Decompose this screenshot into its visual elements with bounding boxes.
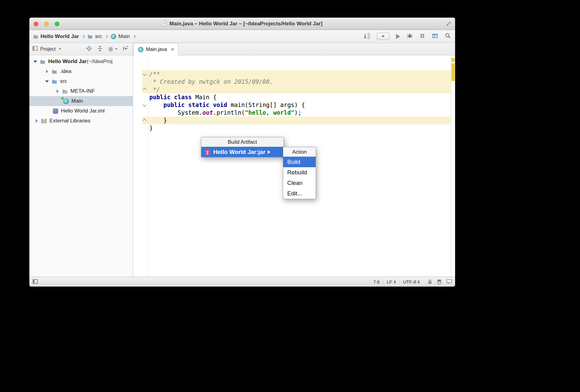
project-view-selector[interactable]: Project xyxy=(40,46,56,52)
chevron-collapsed-icon[interactable] xyxy=(34,119,39,123)
source-folder-icon xyxy=(87,34,93,39)
code-line: } xyxy=(149,117,305,124)
java-file-icon xyxy=(162,20,167,27)
debug-icon[interactable] xyxy=(407,33,413,40)
line-separator-label: LF xyxy=(387,279,392,284)
code-segment: public static void xyxy=(164,101,227,108)
gear-icon xyxy=(108,46,113,52)
chevron-collapsed-icon[interactable] xyxy=(55,89,60,93)
breadcrumb-label: src xyxy=(95,33,102,40)
chevron-expanded-icon[interactable] xyxy=(33,59,37,64)
toolwindow-toggle-icon[interactable] xyxy=(32,279,38,285)
tree-item-label: External Libraries xyxy=(49,118,90,124)
code-segment: public class xyxy=(149,94,192,100)
event-log-bubble-icon[interactable] xyxy=(446,279,452,284)
tree-item-meta-inf[interactable]: META-INF xyxy=(29,86,133,96)
tree-item-module-iml[interactable]: Hello World Jar.iml xyxy=(29,106,133,116)
code-segment: .println( xyxy=(213,109,245,116)
tree-item-idea[interactable]: .idea xyxy=(29,66,133,76)
chevron-down-icon xyxy=(115,48,117,50)
breadcrumb: Hello World Jar src C Main xyxy=(33,33,136,40)
title-bar[interactable]: Main.java – Hello World Jar – [~/IdeaPro… xyxy=(29,18,455,30)
caret-position-widget[interactable]: 7:6 xyxy=(369,279,383,285)
folder-icon xyxy=(40,59,46,64)
zoom-window-button[interactable] xyxy=(55,22,59,26)
tree-item-suffix: (~/IdeaProj xyxy=(87,58,113,65)
breadcrumb-label: Hello World Jar xyxy=(41,33,79,40)
fullscreen-resize-icon[interactable] xyxy=(446,21,451,27)
chevron-down-icon[interactable] xyxy=(59,48,61,50)
folder-icon xyxy=(62,88,68,94)
code-segment: System. xyxy=(149,109,203,116)
tree-item-external-libraries[interactable]: External Libraries xyxy=(29,116,133,126)
breadcrumb-src[interactable]: src xyxy=(87,33,102,40)
run-configuration-dropdown[interactable] xyxy=(377,33,389,40)
search-icon[interactable] xyxy=(445,33,451,40)
chevron-expanded-icon[interactable] xyxy=(45,79,49,83)
menu-item-clean[interactable]: Clean xyxy=(283,178,316,188)
project-tool-window: Project xyxy=(29,43,133,277)
error-stripe[interactable] xyxy=(451,55,455,277)
code-segment: } xyxy=(149,125,153,131)
code-segment: ); xyxy=(294,109,301,116)
encoding-widget[interactable]: UTF-8 xyxy=(399,279,424,285)
code-segment: main(String[] args) { xyxy=(227,101,305,108)
gutter-separator xyxy=(148,55,148,277)
tree-item-main[interactable]: C Main xyxy=(29,96,133,106)
chevron-right-icon xyxy=(82,35,85,38)
caret-position-label: 7:6 xyxy=(373,279,380,284)
module-file-icon xyxy=(52,108,58,114)
close-icon[interactable] xyxy=(171,48,174,51)
coverage-icon[interactable] xyxy=(420,33,425,40)
byte-order-mark-icon[interactable]: 01 10 01 xyxy=(364,33,370,40)
popup-title: Build Artifact xyxy=(201,137,284,147)
code-line: /** xyxy=(149,70,305,78)
tree-item-src[interactable]: src xyxy=(29,76,133,86)
code-line: * Created by nwtgck on 2015/09/08. xyxy=(149,78,305,86)
class-icon: C xyxy=(111,34,116,39)
run-icon[interactable] xyxy=(396,34,400,39)
tree-item-label: Hello World Jar xyxy=(48,58,87,65)
breadcrumb-main[interactable]: C Main xyxy=(111,33,130,40)
run-overlay-icon xyxy=(61,96,65,100)
code-line: public class Main { xyxy=(149,93,305,101)
encoding-label: UTF-8 xyxy=(403,279,416,284)
fold-marker-icon[interactable] xyxy=(143,103,147,107)
lock-icon[interactable] xyxy=(428,279,432,284)
line-separator-widget[interactable]: LF xyxy=(383,279,399,285)
tree-item-label: .idea xyxy=(60,68,71,75)
artifact-item-hello-world-jar[interactable]: Hello World Jar:jar xyxy=(201,147,284,157)
settings-dropdown[interactable] xyxy=(108,46,117,52)
chevron-collapsed-icon[interactable] xyxy=(45,69,49,74)
locate-file-icon[interactable] xyxy=(86,46,92,53)
folder-icon xyxy=(33,34,38,39)
submenu-title: Action xyxy=(283,147,316,157)
gift-icon xyxy=(204,149,211,155)
digits-label: 01 xyxy=(368,37,370,40)
hide-panel-icon[interactable] xyxy=(123,46,128,53)
editor-tab-bar: C Main.java xyxy=(133,43,455,55)
minimize-window-button[interactable] xyxy=(44,22,49,26)
code-line: public static void main(String[] args) { xyxy=(149,101,305,109)
updown-icon xyxy=(394,280,396,283)
project-tree: Hello World Jar (~/IdeaProj .idea src ME… xyxy=(29,55,133,126)
window-title: Main.java – Hello World Jar – [~/IdeaPro… xyxy=(169,21,322,27)
code-line: } xyxy=(149,124,305,132)
restore-layout-icon[interactable] xyxy=(432,33,438,40)
tree-item-hello-world-jar[interactable]: Hello World Jar (~/IdeaProj xyxy=(29,57,133,66)
tab-main-java[interactable]: C Main.java xyxy=(134,43,178,55)
breadcrumb-label: Main xyxy=(118,33,130,40)
runnable-class-icon: C xyxy=(63,98,69,104)
hector-inspector-icon[interactable] xyxy=(437,279,442,285)
menu-item-build[interactable]: Build xyxy=(283,157,316,167)
collapse-all-icon[interactable] xyxy=(97,46,103,53)
menu-item-edit[interactable]: Edit... xyxy=(283,188,316,199)
code-line: System.out.println("hello, world"); xyxy=(149,109,305,117)
close-window-button[interactable] xyxy=(34,22,38,26)
code-segment: out xyxy=(203,109,213,116)
action-submenu: Action Build Rebuild Clean Edit... xyxy=(283,147,316,199)
status-bar: 7:6 LF UTF-8 xyxy=(29,277,455,287)
breadcrumb-project[interactable]: Hello World Jar xyxy=(33,33,79,40)
code-segment: /** xyxy=(149,70,160,77)
menu-item-rebuild[interactable]: Rebuild xyxy=(283,167,316,178)
